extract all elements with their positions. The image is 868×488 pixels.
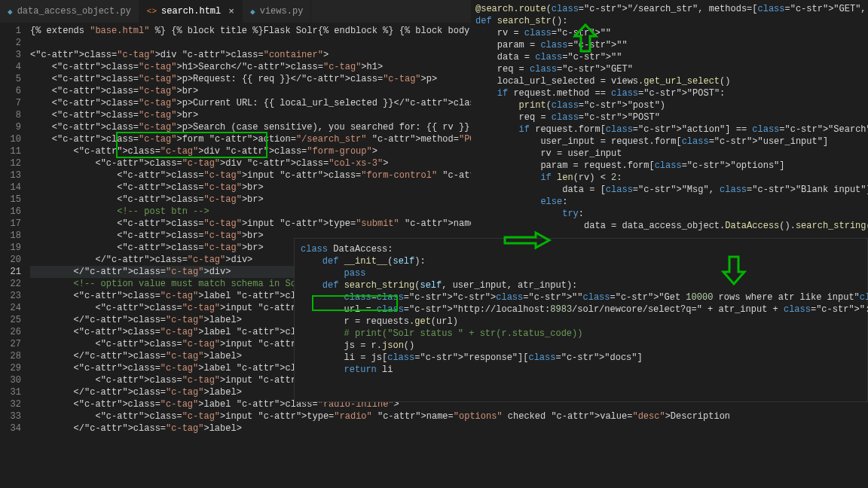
annotation-box-form [116, 132, 267, 158]
tab-search-html[interactable]: <> search.html × [139, 0, 243, 23]
annotation-arrow-right [503, 230, 552, 250]
python-icon: ◆ [8, 7, 13, 17]
annotation-arrow-up [571, 23, 600, 54]
annotation-box-search-string [312, 295, 398, 311]
tab-views-py[interactable]: ◆ views.py [243, 0, 311, 23]
tab-label: data_access_object.py [17, 6, 131, 17]
line-gutter: 1234567891011121314151617181920212223242… [0, 23, 30, 429]
html-icon: <> [147, 7, 157, 16]
close-icon[interactable]: × [228, 6, 234, 17]
tab-label: views.py [260, 6, 304, 17]
python-icon: ◆ [250, 7, 255, 17]
tab-label: search.html [161, 6, 221, 17]
annotation-arrow-down [720, 255, 748, 286]
code-area-views-py[interactable]: @search.route(class="c-str">"/search_str… [471, 0, 868, 249]
tab-data-access-object[interactable]: ◆ data_access_object.py [0, 0, 139, 23]
code-area-data-access[interactable]: class DataAccess: def __init__(self): pa… [294, 238, 868, 402]
